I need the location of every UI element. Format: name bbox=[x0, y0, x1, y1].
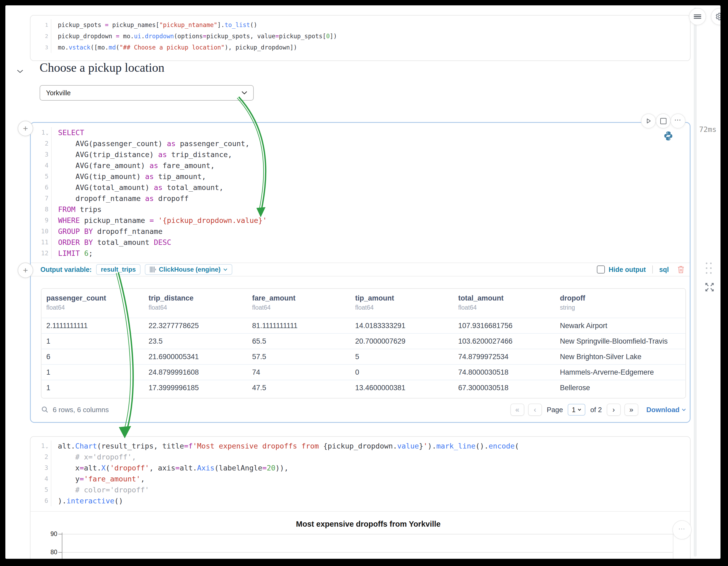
column-name: total_amount bbox=[458, 294, 555, 302]
engine-selector[interactable]: ClickHouse (engine) bbox=[145, 264, 232, 275]
table-cell: 5 bbox=[350, 353, 453, 361]
drag-handle-icon[interactable] bbox=[704, 261, 713, 275]
run-cell-button[interactable] bbox=[641, 113, 656, 128]
download-button[interactable]: Download bbox=[646, 406, 686, 414]
fold-chevron-icon[interactable]: ⌄ bbox=[45, 444, 48, 449]
line-number: 5 bbox=[31, 484, 51, 495]
column-type: string bbox=[560, 304, 684, 311]
column-header-dropoff[interactable]: dropoffstring bbox=[555, 294, 684, 311]
line-number: 6 bbox=[31, 495, 51, 506]
ellipsis-icon: ⋯ bbox=[674, 119, 682, 123]
language-toggle[interactable]: sql bbox=[659, 266, 669, 273]
line-number: 1⌄ bbox=[31, 440, 51, 451]
fold-chevron-icon[interactable]: ⌄ bbox=[46, 131, 48, 136]
column-header-total_amount[interactable]: total_amountfloat64 bbox=[453, 294, 555, 311]
collapse-cell-button[interactable] bbox=[17, 69, 24, 73]
code-text: FROM trips bbox=[51, 204, 690, 215]
page-select[interactable]: 1 bbox=[568, 404, 585, 416]
plot-border bbox=[673, 533, 673, 559]
code-cell-setup[interactable]: 1pickup_spots = pickup_names["pickup_nta… bbox=[30, 15, 691, 61]
code-line: 10GROUP BY dropoff_ntaname bbox=[31, 226, 690, 237]
code-line: 3 x=alt.X('dropoff', axis=alt.Axis(label… bbox=[31, 462, 690, 473]
engine-label: ClickHouse (engine) bbox=[159, 266, 221, 273]
delete-cell-icon[interactable] bbox=[677, 265, 685, 274]
table-footer: 6 rows, 6 columns « ‹ Page 1 of 2 › » Do… bbox=[41, 402, 686, 418]
table-row: 124.879999160874074.8000030518Hammels-Ar… bbox=[41, 364, 685, 380]
sql-editor[interactable]: 1⌄SELECT2 AVG(passenger_count) as passen… bbox=[31, 127, 690, 259]
code-line: 3mo.vstack([mo.md("## Choose a pickup lo… bbox=[31, 42, 690, 53]
table-cell: 1 bbox=[41, 368, 144, 377]
table-cell: 17.3999996185 bbox=[144, 384, 247, 392]
code-line: 4 AVG(fare_amount) as fare_amount, bbox=[31, 160, 690, 171]
scrollbar[interactable] bbox=[694, 7, 697, 557]
code-text: AVG(fare_amount) as fare_amount, bbox=[51, 160, 690, 171]
cell-actions-button[interactable]: ⋯ bbox=[670, 113, 685, 128]
code-line: 6 AVG(total_amount) as total_amount, bbox=[31, 182, 690, 193]
code-text: alt.Chart(result_trips, title=f'Most exp… bbox=[51, 440, 690, 451]
sql-cell[interactable]: 1⌄SELECT2 AVG(passenger_count) as passen… bbox=[30, 122, 691, 423]
table-cell: 1 bbox=[41, 384, 144, 392]
download-label: Download bbox=[646, 406, 680, 414]
play-icon bbox=[645, 118, 652, 124]
chart-line-layer bbox=[31, 512, 690, 559]
column-type: float64 bbox=[355, 304, 453, 311]
chevron-down-icon bbox=[223, 268, 227, 271]
column-name: tip_amount bbox=[355, 294, 453, 302]
next-page-button[interactable]: › bbox=[607, 404, 621, 416]
code-text: GROUP BY dropoff_ntaname bbox=[51, 226, 690, 237]
chart-actions-button[interactable]: ⋯ bbox=[672, 520, 692, 540]
code-text: # x='dropoff', bbox=[51, 451, 690, 462]
y-axis-line bbox=[62, 533, 62, 559]
line-number: 6 bbox=[31, 182, 51, 193]
output-variable-label: Output variable: bbox=[40, 266, 92, 273]
stop-icon bbox=[660, 118, 666, 124]
table-cell: 47.5 bbox=[247, 384, 350, 392]
line-number: 2 bbox=[31, 31, 51, 42]
table-cell: 2.1111111111 bbox=[41, 322, 144, 330]
last-page-button[interactable]: » bbox=[624, 404, 638, 416]
table-cell: 22.3277778625 bbox=[144, 322, 247, 330]
code-text: AVG(passenger_count) as passenger_count, bbox=[51, 138, 690, 149]
code-line: 12LIMIT 6; bbox=[31, 248, 690, 259]
first-page-button[interactable]: « bbox=[510, 404, 524, 416]
add-cell-button[interactable]: + bbox=[18, 121, 33, 136]
expand-cell-icon[interactable] bbox=[704, 282, 715, 293]
code-text: ).interactive() bbox=[51, 495, 690, 506]
table-row: 123.565.520.7000007629103.6200027466New … bbox=[41, 333, 685, 349]
chart-editor[interactable]: 1⌄alt.Chart(result_trips, title=f'Most e… bbox=[31, 440, 690, 506]
chevron-down-icon bbox=[578, 408, 581, 411]
code-text: mo.vstack([mo.md("## Choose a pickup loc… bbox=[51, 42, 690, 53]
code-text: AVG(trip_distance) as trip_distance, bbox=[51, 149, 690, 160]
output-variable-input[interactable]: result_trips bbox=[96, 264, 141, 275]
hide-output-checkbox[interactable] bbox=[597, 265, 605, 273]
chart-code-cell[interactable]: 1⌄alt.Chart(result_trips, title=f'Most e… bbox=[30, 436, 691, 559]
column-header-trip_distance[interactable]: trip_distancefloat64 bbox=[144, 294, 247, 311]
menu-button[interactable] bbox=[689, 8, 706, 25]
table-cell: 13.4600000381 bbox=[350, 384, 453, 392]
line-number: 1⌄ bbox=[31, 127, 51, 138]
column-header-tip_amount[interactable]: tip_amountfloat64 bbox=[350, 294, 453, 311]
prev-page-button[interactable]: ‹ bbox=[528, 404, 542, 416]
column-type: float64 bbox=[458, 304, 555, 311]
markdown-heading: Choose a pickup location bbox=[40, 60, 164, 75]
line-number: 8 bbox=[31, 204, 51, 215]
code-text: dropoff_ntaname as dropoff bbox=[51, 193, 690, 204]
table-cell: 1 bbox=[41, 337, 144, 345]
code-text: SELECT bbox=[51, 127, 690, 138]
table-body: 2.111111111122.327777862581.111111111114… bbox=[41, 318, 685, 395]
chevron-down-icon bbox=[241, 91, 247, 95]
chevron-down-icon bbox=[682, 408, 686, 411]
page-select-value: 1 bbox=[572, 406, 575, 414]
search-icon[interactable] bbox=[41, 406, 49, 414]
column-header-passenger_count[interactable]: passenger_countfloat64 bbox=[41, 294, 144, 311]
line-number: 7 bbox=[31, 193, 51, 204]
stop-cell-button[interactable] bbox=[656, 113, 671, 128]
column-header-fare_amount[interactable]: fare_amountfloat64 bbox=[247, 294, 350, 311]
settings-button[interactable] bbox=[711, 8, 721, 25]
line-number: 3 bbox=[31, 462, 51, 473]
table-cell: 65.5 bbox=[247, 337, 350, 345]
row-count-summary: 6 rows, 6 columns bbox=[53, 406, 109, 414]
pickup-location-dropdown[interactable]: Yorkville bbox=[40, 85, 254, 101]
add-cell-button[interactable]: + bbox=[18, 263, 33, 278]
code-editor[interactable]: 1pickup_spots = pickup_names["pickup_nta… bbox=[31, 19, 690, 53]
